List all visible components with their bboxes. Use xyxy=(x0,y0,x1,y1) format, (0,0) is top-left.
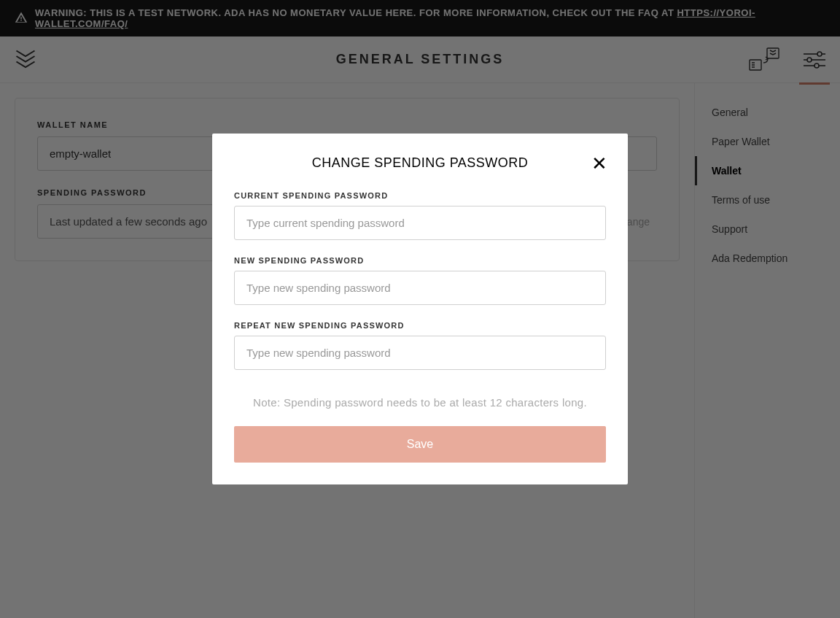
new-password-input[interactable] xyxy=(234,271,606,305)
repeat-password-input[interactable] xyxy=(234,336,606,370)
close-icon[interactable]: ✕ xyxy=(591,154,607,173)
new-password-label: NEW SPENDING PASSWORD xyxy=(234,256,606,265)
change-password-modal: CHANGE SPENDING PASSWORD ✕ CURRENT SPEND… xyxy=(212,134,628,484)
current-password-label: CURRENT SPENDING PASSWORD xyxy=(234,191,606,200)
repeat-password-label: REPEAT NEW SPENDING PASSWORD xyxy=(234,321,606,330)
save-button[interactable]: Save xyxy=(234,426,606,463)
current-password-input[interactable] xyxy=(234,206,606,240)
password-note: Note: Spending password needs to be at l… xyxy=(234,396,606,409)
modal-title: CHANGE SPENDING PASSWORD xyxy=(234,155,606,171)
modal-overlay[interactable]: CHANGE SPENDING PASSWORD ✕ CURRENT SPEND… xyxy=(0,0,840,618)
